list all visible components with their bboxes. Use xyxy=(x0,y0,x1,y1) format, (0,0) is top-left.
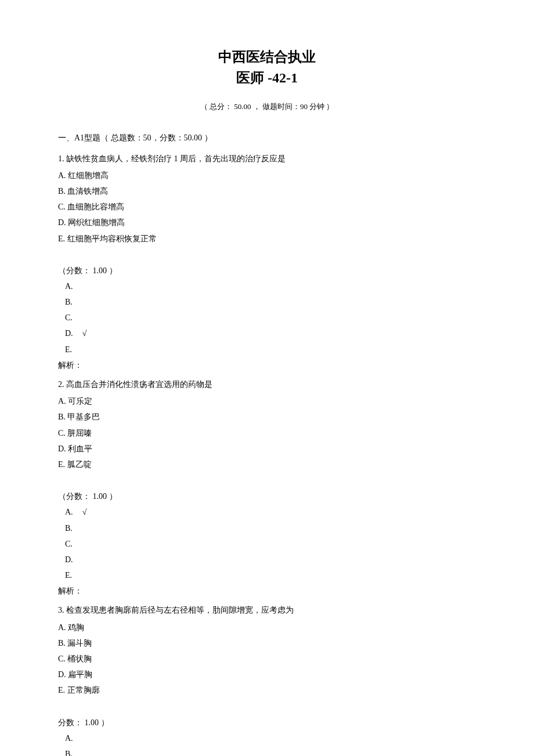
question-stem: 2. 高血压合并消化性溃疡者宜选用的药物是 xyxy=(58,377,476,392)
question-option: D. 扁平胸 xyxy=(58,667,476,682)
answer-line: E. xyxy=(58,568,476,583)
correct-mark-icon: √ xyxy=(82,508,87,516)
exam-meta: （ 总分： 50.00 ， 做题时间：90 分钟 ） xyxy=(58,100,476,113)
question-option: C. 血细胞比容增高 xyxy=(58,200,476,214)
score-label: （分数： 1.00 ） xyxy=(58,489,476,504)
analysis-label: 解析： xyxy=(58,584,476,598)
answer-line: C. xyxy=(58,537,476,551)
question-option: B. 甲基多巴 xyxy=(58,410,476,424)
correct-mark-icon: √ xyxy=(82,329,87,338)
score-label: （分数： 1.00 ） xyxy=(58,263,476,278)
question-option: A. 红细胞增高 xyxy=(58,168,476,183)
question-option: A. 鸡胸 xyxy=(58,620,476,635)
section-header: 一、A1型题（ 总题数：50，分数：50.00 ） xyxy=(58,131,476,145)
question-option: C. 桶状胸 xyxy=(58,652,476,666)
answer-line: B. xyxy=(58,747,476,756)
question-option: C. 肼屈嗪 xyxy=(58,426,476,440)
answer-line: A.√ xyxy=(58,505,476,519)
question-block: 3. 检查发现患者胸廓前后径与左右径相等，肋间隙增宽，应考虑为A. 鸡胸B. 漏… xyxy=(58,603,476,756)
answer-line: A. xyxy=(58,731,476,746)
answer-line: A. xyxy=(58,279,476,294)
score-label: 分数： 1.00 ） xyxy=(58,715,476,730)
question-option: D. 利血平 xyxy=(58,442,476,456)
question-block: 1. 缺铁性贫血病人，经铁剂治疗 1 周后，首先出现的治疗反应是A. 红细胞增高… xyxy=(58,151,476,372)
analysis-label: 解析： xyxy=(58,358,476,372)
answer-line: C. xyxy=(58,310,476,325)
question-option: B. 血清铁增高 xyxy=(58,184,476,198)
question-stem: 1. 缺铁性贫血病人，经铁剂治疗 1 周后，首先出现的治疗反应是 xyxy=(58,151,476,166)
answer-line: B. xyxy=(58,521,476,536)
exam-title-line2: 医师 -42-1 xyxy=(58,67,476,88)
answer-line: B. xyxy=(58,295,476,309)
answer-line: D. xyxy=(58,552,476,567)
question-block: 2. 高血压合并消化性溃疡者宜选用的药物是A. 可乐定B. 甲基多巴C. 肼屈嗪… xyxy=(58,377,476,598)
exam-title-line1: 中西医结合执业 xyxy=(58,46,476,67)
question-stem: 3. 检查发现患者胸廓前后径与左右径相等，肋间隙增宽，应考虑为 xyxy=(58,603,476,617)
answer-line: E. xyxy=(58,342,476,357)
question-option: A. 可乐定 xyxy=(58,394,476,408)
question-option: B. 漏斗胸 xyxy=(58,636,476,650)
question-option: E. 正常胸廓 xyxy=(58,683,476,697)
question-option: E. 胍乙啶 xyxy=(58,457,476,472)
question-option: D. 网织红细胞增高 xyxy=(58,215,476,230)
answer-line: D.√ xyxy=(58,326,476,341)
question-option: E. 红细胞平均容积恢复正常 xyxy=(58,231,476,246)
